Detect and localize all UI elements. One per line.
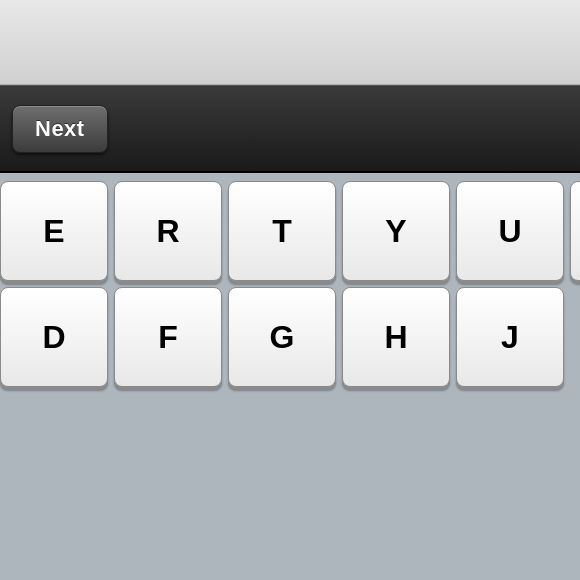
key-r[interactable]: R — [114, 181, 222, 281]
key-j[interactable]: J — [456, 287, 564, 387]
key-u[interactable]: U — [456, 181, 564, 281]
key-i[interactable]: I — [570, 181, 580, 281]
content-area — [0, 0, 580, 85]
next-button[interactable]: Next — [12, 105, 108, 153]
keyboard-row-1: E R T Y U I — [0, 181, 580, 281]
key-f[interactable]: F — [114, 287, 222, 387]
keyboard-row-2: D F G H J — [0, 287, 580, 387]
key-e[interactable]: E — [0, 181, 108, 281]
screen: Next E R T Y U I D F G H J — [0, 0, 580, 580]
key-t[interactable]: T — [228, 181, 336, 281]
key-d[interactable]: D — [0, 287, 108, 387]
keyboard: E R T Y U I D F G H J — [0, 173, 580, 580]
key-h[interactable]: H — [342, 287, 450, 387]
toolbar: Next — [0, 85, 580, 173]
key-g[interactable]: G — [228, 287, 336, 387]
key-y[interactable]: Y — [342, 181, 450, 281]
